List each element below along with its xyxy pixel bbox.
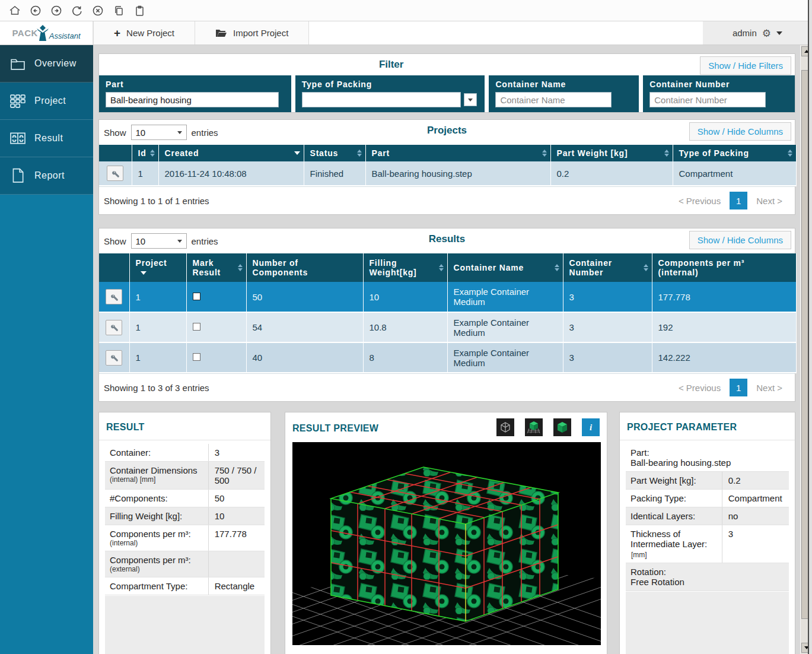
result-row[interactable]: 1 54 10.8 Example Container Medium 3 192 xyxy=(99,312,796,342)
next-page-button[interactable]: Next > xyxy=(750,379,789,396)
home-icon[interactable] xyxy=(7,3,23,18)
result-filling-cell[interactable]: 10 xyxy=(363,282,447,312)
type-of-packing-select[interactable] xyxy=(302,92,461,107)
preview-3d-viewport[interactable] xyxy=(292,442,601,645)
result-per-m3-cell[interactable]: 177.778 xyxy=(652,282,796,312)
info-button[interactable]: i xyxy=(582,418,600,436)
result-per-m3-cell[interactable]: 142.222 xyxy=(652,342,796,373)
results-header-actions xyxy=(99,253,129,282)
project-id-cell[interactable]: 1 xyxy=(132,161,158,186)
mark-result-checkbox[interactable] xyxy=(193,293,200,300)
previous-page-button[interactable]: < Previous xyxy=(672,192,727,209)
view-solid-cube-icon[interactable] xyxy=(553,418,571,436)
results-header-project[interactable]: Project xyxy=(129,253,186,282)
result-components-value: 50 xyxy=(209,490,265,507)
view-wireframe-cube-icon[interactable] xyxy=(496,418,514,436)
wrench-button[interactable] xyxy=(106,350,122,366)
parameter-part-weight-value: 0.2 xyxy=(722,472,789,489)
container-name-input[interactable] xyxy=(495,92,612,107)
result-row-selected[interactable]: 1 50 10 Example Container Medium 3 177.7… xyxy=(99,282,796,312)
sidebar-item-overview[interactable]: Overview xyxy=(0,45,93,82)
gear-icon[interactable]: ⚙ xyxy=(762,27,771,39)
results-header-filling-weight[interactable]: Filling Weight[kg] xyxy=(363,253,447,282)
projects-page-size-select[interactable]: 10 xyxy=(131,125,187,140)
mark-result-checkbox[interactable] xyxy=(193,323,200,331)
project-packing-cell[interactable]: Compartment xyxy=(673,161,796,186)
result-project-cell[interactable]: 1 xyxy=(129,282,186,312)
chevron-down-icon[interactable] xyxy=(776,31,782,35)
projects-show-hide-columns-button[interactable]: Show / Hide Columns xyxy=(689,122,791,141)
result-container-name-cell[interactable]: Example Container Medium xyxy=(447,312,563,342)
mark-result-checkbox[interactable] xyxy=(193,353,200,361)
user-menu[interactable]: admin ⚙ xyxy=(703,21,812,45)
results-header-container-name[interactable]: Container Name xyxy=(447,253,563,282)
paste-icon[interactable] xyxy=(132,3,147,18)
next-page-button[interactable]: Next > xyxy=(750,192,789,209)
projects-header-part-weight[interactable]: Part Weight [kg] xyxy=(550,145,673,161)
projects-header-status[interactable]: Status xyxy=(304,145,365,161)
app-logo[interactable]: PACK Assistant xyxy=(0,21,93,45)
new-project-button[interactable]: + New Project xyxy=(93,21,195,45)
project-created-cell[interactable]: 2016-11-24 10:48:08 xyxy=(158,161,304,186)
sidebar-item-result[interactable]: Result xyxy=(0,120,93,157)
show-hide-filters-button[interactable]: Show / Hide Filters xyxy=(700,56,791,75)
sidebar-item-project[interactable]: Project xyxy=(0,82,93,120)
result-container-number-cell[interactable]: 3 xyxy=(563,342,652,373)
previous-page-button[interactable]: < Previous xyxy=(672,379,727,396)
stop-icon[interactable] xyxy=(90,3,106,18)
result-filling-cell[interactable]: 10.8 xyxy=(363,312,447,342)
projects-header-created[interactable]: Created xyxy=(158,145,304,161)
result-components-cell[interactable]: 50 xyxy=(246,282,363,312)
wrench-button[interactable] xyxy=(106,320,122,335)
result-container-name-cell[interactable]: Example Container Medium xyxy=(447,342,563,373)
main-content: Filter Show / Hide Filters Part Type of … xyxy=(93,45,800,654)
result-project-cell[interactable]: 1 xyxy=(129,342,186,373)
results-header-mark-result[interactable]: Mark Result xyxy=(186,253,246,282)
new-project-label: New Project xyxy=(126,28,174,38)
projects-header-type-of-packing[interactable]: Type of Packing xyxy=(673,145,796,161)
app-header: PACK Assistant + New Project Import Proj… xyxy=(0,21,812,45)
page-1-button[interactable]: 1 xyxy=(730,192,747,209)
project-status-cell[interactable]: Finished xyxy=(304,161,365,186)
result-per-m3-cell[interactable]: 192 xyxy=(652,312,796,342)
result-row[interactable]: 1 40 8 Example Container Medium 3 142.22… xyxy=(99,342,796,373)
result-container-number-cell[interactable]: 3 xyxy=(563,282,652,312)
copy-icon[interactable] xyxy=(111,3,126,18)
project-parameter-title: PROJECT PARAMETER xyxy=(620,412,795,440)
result-filling-cell[interactable]: 8 xyxy=(363,342,447,373)
results-page-size-select[interactable]: 10 xyxy=(131,233,187,249)
result-container-number-cell[interactable]: 3 xyxy=(563,312,652,342)
parameter-rotation-value: Free Rotation xyxy=(631,577,784,587)
import-project-button[interactable]: Import Project xyxy=(195,21,309,45)
refresh-icon[interactable] xyxy=(69,3,85,18)
sidebar-item-label: Overview xyxy=(34,58,77,69)
result-components-cell[interactable]: 40 xyxy=(246,342,363,373)
sidebar-item-label: Project xyxy=(34,96,66,106)
result-project-cell[interactable]: 1 xyxy=(129,312,186,342)
projects-header-id[interactable]: Id xyxy=(132,145,158,161)
project-part-cell[interactable]: Ball-bearing housing.step xyxy=(365,161,550,186)
logo-person-icon xyxy=(35,24,50,42)
project-part-weight-cell[interactable]: 0.2 xyxy=(550,161,673,186)
part-filter-input[interactable] xyxy=(106,92,279,107)
results-show-hide-columns-button[interactable]: Show / Hide Columns xyxy=(689,231,791,249)
results-header-container-number[interactable]: Container Number xyxy=(563,253,652,282)
sidebar-item-report[interactable]: Report xyxy=(0,157,93,195)
container-number-input[interactable] xyxy=(649,92,766,107)
page-1-button[interactable]: 1 xyxy=(730,379,747,396)
result-components-cell[interactable]: 54 xyxy=(246,312,363,342)
results-pagination: < Previous 1 Next > xyxy=(672,379,789,396)
view-cube-on-grid-icon[interactable] xyxy=(525,418,543,436)
type-of-packing-dropdown-button[interactable] xyxy=(464,93,477,106)
wrench-button[interactable] xyxy=(106,289,122,304)
projects-header-part[interactable]: Part xyxy=(365,145,550,161)
project-row[interactable]: 1 2016-11-24 10:48:08 Finished Ball-bear… xyxy=(99,161,796,186)
parameter-row: Thickness of Intermediate Layer:[mm] 3 xyxy=(626,525,789,563)
filter-panel: Filter Show / Hide Filters Part Type of … xyxy=(98,53,795,113)
forward-icon[interactable] xyxy=(49,3,64,18)
results-header-num-components[interactable]: Number of Components xyxy=(246,253,363,282)
wrench-button[interactable] xyxy=(107,166,123,181)
back-icon[interactable] xyxy=(28,3,43,18)
results-header-components-per-m3[interactable]: Components per m³(internal) xyxy=(652,253,796,282)
result-container-name-cell[interactable]: Example Container Medium xyxy=(447,282,563,312)
